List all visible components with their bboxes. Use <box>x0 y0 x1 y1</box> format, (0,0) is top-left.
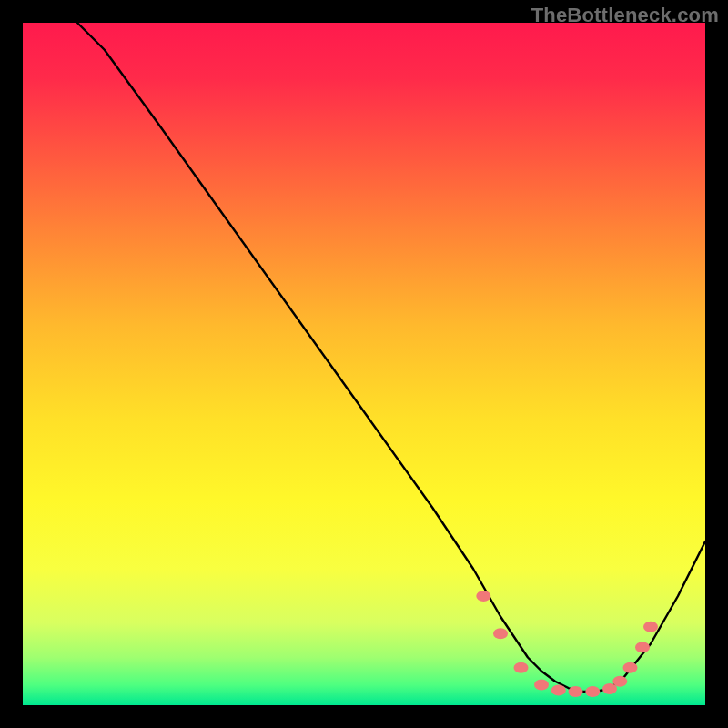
curve-marker <box>514 662 529 673</box>
curve-marker <box>585 686 600 697</box>
curve-marker <box>493 628 508 639</box>
curve-marker <box>612 676 627 687</box>
curve-marker <box>476 591 490 602</box>
bottleneck-curve-line <box>23 0 705 692</box>
curve-marker <box>635 642 650 652</box>
curve-marker <box>643 622 658 632</box>
curve-markers <box>476 591 658 697</box>
curve-marker <box>623 662 638 673</box>
curve-marker <box>569 686 583 697</box>
watermark-text: TheBottleneck.com <box>531 4 719 27</box>
curve-marker <box>551 685 566 696</box>
chart-plot-area <box>23 23 705 705</box>
curve-marker <box>534 680 549 691</box>
chart-svg <box>23 23 705 705</box>
chart-frame: TheBottleneck.com <box>0 0 728 728</box>
